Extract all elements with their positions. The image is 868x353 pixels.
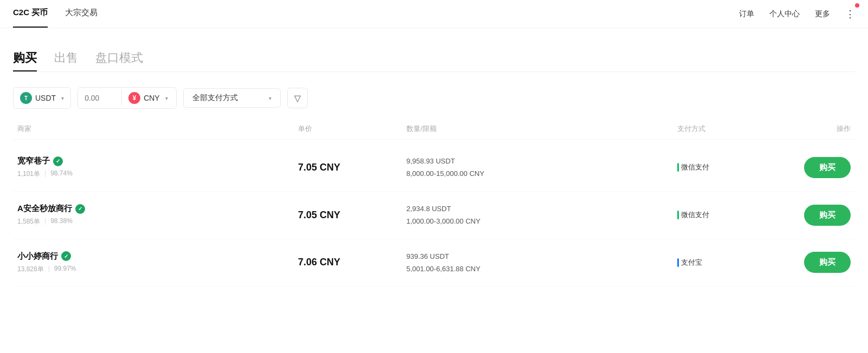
col-merchant: 商家 <box>17 124 298 134</box>
price-cell-2: 7.06 CNY <box>298 257 406 268</box>
payment-label: 全部支付方式 <box>192 93 238 103</box>
nav-profile[interactable]: 个人中心 <box>769 9 800 19</box>
nav-right: 订单 个人中心 更多 ⋮ <box>739 8 855 20</box>
filter-icon: ▽ <box>294 93 301 103</box>
verified-badge-1: ✓ <box>75 204 85 214</box>
table-header: 商家 单价 数量/限额 支付方式 操作 <box>13 124 855 140</box>
currency-label: CNY <box>144 94 160 102</box>
tab-bar: 购买 出售 盘口模式 <box>13 50 855 72</box>
merchant-cell-0: 宽窄巷子 ✓ 1,101单 | 98.74% <box>17 156 298 179</box>
payment-cell-2: 支付宝 <box>677 258 786 267</box>
payment-label-1: 微信支付 <box>681 210 709 220</box>
payment-bar-1 <box>677 211 679 219</box>
verified-badge-2: ✓ <box>61 251 71 261</box>
merchant-stats-2: 13,828单 | 99.97% <box>17 265 298 274</box>
col-payment: 支付方式 <box>677 124 786 134</box>
stat-divider-1: | <box>44 217 46 226</box>
table-row: A安全秒放商行 ✓ 1,585单 | 98.38% 7.05 CNY 2,934… <box>13 192 855 239</box>
tab-sell[interactable]: 出售 <box>54 50 78 71</box>
filter-button[interactable]: ▽ <box>287 88 308 108</box>
stat-divider-0: | <box>44 169 46 179</box>
orders-2: 13,828单 <box>17 265 44 274</box>
merchant-name-1: A安全秒放商行 ✓ <box>17 204 298 214</box>
buy-button-1[interactable]: 购买 <box>804 205 851 226</box>
merchant-stats-0: 1,101单 | 98.74% <box>17 169 298 179</box>
amount-input[interactable] <box>78 89 121 107</box>
page-content: 购买 出售 盘口模式 T USDT ▾ ¥ CNY ▾ 全部支付方式 ▾ <box>0 28 868 299</box>
payment-bar-0 <box>677 163 679 172</box>
currency-selector[interactable]: ¥ CNY ▾ <box>122 88 176 108</box>
col-price: 单价 <box>298 124 406 134</box>
buy-button-2[interactable]: 购买 <box>804 252 851 273</box>
merchant-cell-1: A安全秒放商行 ✓ 1,585单 | 98.38% <box>17 204 298 226</box>
amount-cell-2: 939.36 USDT 5,001.00-6,631.88 CNY <box>406 250 677 276</box>
merchant-name-text-0: 宽窄巷子 <box>17 156 50 166</box>
coin-selector[interactable]: T USDT ▾ <box>13 87 71 109</box>
merchant-name-2: 小小婷商行 ✓ <box>17 251 298 262</box>
nav-item-c2c[interactable]: C2C 买币 <box>13 8 48 20</box>
merchant-stats-1: 1,585单 | 98.38% <box>17 217 298 226</box>
nav-left: C2C 买币 大宗交易 <box>13 8 98 20</box>
col-amount: 数量/限额 <box>406 124 677 134</box>
table-row: 小小婷商行 ✓ 13,828单 | 99.97% 7.06 CNY 939.36… <box>13 239 855 287</box>
payment-cell-1: 微信支付 <box>677 210 786 220</box>
usdt-icon: T <box>20 92 32 104</box>
rate-0: 98.74% <box>50 169 73 179</box>
payment-bar-2 <box>677 258 679 267</box>
price-cell-0: 7.05 CNY <box>298 162 406 173</box>
amount-input-box: ¥ CNY ▾ <box>77 87 177 109</box>
col-action: 操作 <box>786 124 851 134</box>
tab-orderbook[interactable]: 盘口模式 <box>95 50 143 71</box>
limit-2: 5,001.00-6,631.88 CNY <box>406 263 677 275</box>
limit-1: 1,000.00-3,000.00 CNY <box>406 215 677 227</box>
orders-1: 1,585单 <box>17 217 40 226</box>
nav-more[interactable]: 更多 <box>815 9 830 19</box>
merchant-name-0: 宽窄巷子 ✓ <box>17 156 298 166</box>
merchant-cell-2: 小小婷商行 ✓ 13,828单 | 99.97% <box>17 251 298 274</box>
amount-cell-1: 2,934.8 USDT 1,000.00-3,000.00 CNY <box>406 202 677 228</box>
payment-label-0: 微信支付 <box>681 162 709 172</box>
action-cell-0: 购买 <box>786 157 851 178</box>
coin-chevron-icon: ▾ <box>61 95 64 101</box>
quantity-2: 939.36 USDT <box>406 250 677 263</box>
tab-buy[interactable]: 购买 <box>13 50 37 71</box>
payment-selector[interactable]: 全部支付方式 ▾ <box>183 88 281 108</box>
cny-icon: ¥ <box>128 92 140 104</box>
orders-0: 1,101单 <box>17 169 40 179</box>
rate-2: 99.97% <box>54 265 76 274</box>
merchant-name-text-1: A安全秒放商行 <box>17 204 72 214</box>
buy-button-0[interactable]: 购买 <box>804 157 851 178</box>
payment-cell-0: 微信支付 <box>677 162 786 172</box>
rate-1: 98.38% <box>50 217 73 226</box>
quantity-0: 9,958.93 USDT <box>406 155 677 167</box>
stat-divider-2: | <box>48 265 50 274</box>
amount-cell-0: 9,958.93 USDT 8,000.00-15,000.00 CNY <box>406 155 677 180</box>
price-cell-1: 7.05 CNY <box>298 210 406 221</box>
nav-orders[interactable]: 订单 <box>739 9 754 19</box>
action-cell-2: 购买 <box>786 252 851 273</box>
action-cell-1: 购买 <box>786 205 851 226</box>
filter-row: T USDT ▾ ¥ CNY ▾ 全部支付方式 ▾ ▽ <box>13 87 855 109</box>
payment-label-2: 支付宝 <box>681 258 702 267</box>
limit-0: 8,000.00-15,000.00 CNY <box>406 167 677 180</box>
more-icon[interactable]: ⋮ <box>845 8 855 20</box>
notification-badge <box>855 3 859 8</box>
top-nav: C2C 买币 大宗交易 订单 个人中心 更多 ⋮ <box>0 0 868 28</box>
merchant-name-text-2: 小小婷商行 <box>17 251 58 262</box>
payment-chevron-icon: ▾ <box>269 95 271 101</box>
table-row: 宽窄巷子 ✓ 1,101单 | 98.74% 7.05 CNY 9,958.93… <box>13 144 855 192</box>
coin-label: USDT <box>35 94 56 102</box>
currency-chevron-icon: ▾ <box>165 95 168 101</box>
quantity-1: 2,934.8 USDT <box>406 202 677 215</box>
verified-badge-0: ✓ <box>53 156 63 166</box>
nav-item-bulk[interactable]: 大宗交易 <box>65 8 98 20</box>
